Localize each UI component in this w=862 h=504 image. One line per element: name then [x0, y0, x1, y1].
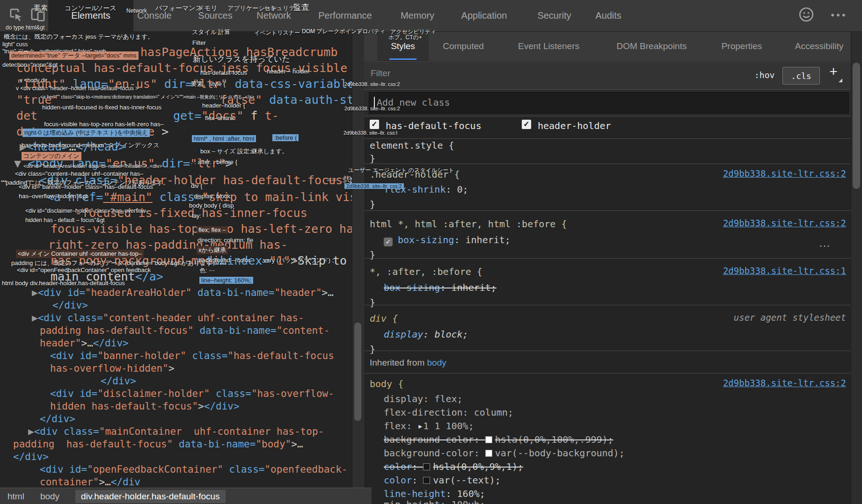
stylesheet-source-link[interactable]: 2d9bb338.site-ltr.css:2	[723, 218, 846, 228]
dom-tree-line[interactable]: ▶<div class="mainContainer uhf-container…	[28, 426, 324, 437]
feedback-smiley-icon[interactable]	[798, 7, 814, 22]
css-rule-line[interactable]: display: flex;	[384, 394, 463, 404]
left-panel-scrollbar-thumb[interactable]	[354, 323, 361, 421]
toggle-element-state-button[interactable]: :hov	[754, 70, 774, 80]
css-rule-line[interactable]: *, :after, :before {	[370, 266, 482, 277]
dom-tree-line[interactable]: header">…</div>	[40, 338, 129, 349]
dom-tree-line[interactable]: has-overflow-hidden">	[50, 363, 175, 374]
dom-tree-line[interactable]: padding has-default-focus" data-bi-name=…	[40, 325, 330, 336]
rule-separator	[364, 116, 851, 116]
class-toggle-checkbox[interactable]	[370, 120, 379, 129]
tab-audits[interactable]: Audits	[585, 0, 632, 31]
annotation-overlay: 2d9bb338. site–ltr. css:2	[344, 183, 404, 189]
class-toggle-checkbox[interactable]	[522, 120, 531, 129]
code-text: </div>	[93, 338, 129, 349]
annotation-overlay: DOM ブレークポイント	[302, 28, 362, 36]
css-rule-line[interactable]: box-sizing: inherit;	[384, 282, 497, 293]
dom-tree-line[interactable]: padding has-default-focus" data-bi-name=…	[13, 439, 303, 450]
annotation-overlay: direction: column; fle	[197, 237, 253, 244]
code-text: ▶	[28, 426, 34, 437]
code-text: *, :after, :before {	[370, 266, 482, 277]
rule-more-actions-icon[interactable]: ⋯	[819, 239, 832, 252]
element-classes-button[interactable]: .cls	[782, 67, 820, 85]
css-rule-line[interactable]: display: block;	[384, 329, 468, 340]
styles-panel-scrollbar-thumb[interactable]	[853, 63, 860, 189]
css-rule-line[interactable]: html *, html :after, html :before {	[370, 219, 567, 230]
tab-application[interactable]: Application	[450, 0, 518, 31]
css-rule-line[interactable]: }	[370, 199, 375, 210]
css-rule-line[interactable]: min-height: 100vh;	[384, 499, 485, 504]
dom-tree-line[interactable]: container">…</div	[40, 476, 140, 488]
stylesheet-source-link[interactable]: 2d9bb338.site-ltr.css:2	[723, 378, 846, 388]
css-rule-line[interactable]: Inherited from body	[370, 357, 446, 368]
css-rule-line[interactable]: div {	[370, 313, 398, 324]
inspect-element-icon[interactable]	[8, 7, 23, 22]
sidebar-tab-computed[interactable]: Computed	[433, 31, 494, 61]
sidebar-tab-dom-breakpoints[interactable]: DOM Breakpoints	[601, 31, 702, 61]
css-rule-line[interactable]: background-color: var(--body-background)…	[384, 448, 625, 459]
dom-tree-line[interactable]: hidden has-default-focus"></div>	[50, 401, 240, 412]
code-text: :	[446, 184, 457, 195]
css-rule-line[interactable]: color: var(--text);	[384, 475, 501, 486]
css-rule-line[interactable]: element.style {	[370, 140, 454, 151]
annotation-overlay: line–height: 160%;	[199, 277, 253, 284]
class-toggle-label: header-holder	[538, 120, 611, 131]
code-text: "openfeedback-	[264, 464, 347, 475]
css-rule-line[interactable]: line-height: 160%;	[384, 489, 485, 499]
breadcrumb-item[interactable]: html	[7, 491, 24, 502]
code-text: class=	[67, 312, 103, 324]
css-rule-line[interactable]: body {	[370, 379, 403, 389]
new-style-rule-button[interactable]: +	[825, 64, 841, 79]
code-text: >	[168, 363, 175, 374]
css-rule-line[interactable]: box-sizing: inherit;	[384, 235, 511, 246]
tab-security[interactable]: Security	[525, 0, 584, 31]
code-text: 1 1 100%;	[423, 420, 474, 432]
dom-tree-line[interactable]: </div>	[101, 375, 136, 387]
more-menu-icon[interactable]	[830, 7, 846, 22]
dom-tree-line[interactable]: <div id="disclaimer-holder" class="has-o…	[50, 388, 334, 399]
dom-tree-line[interactable]: </div>	[40, 413, 75, 425]
sidebar-tab-event-listeners[interactable]: Event Listeners	[505, 31, 592, 61]
add-new-class-input[interactable]: Add new class	[369, 92, 849, 114]
styles-filter-input[interactable]: Filter	[371, 68, 390, 79]
breadcrumb-item[interactable]: body	[40, 491, 59, 502]
stylesheet-source-link[interactable]: 2d9bb338.site-ltr.css:2	[723, 168, 846, 179]
code-text: get=	[173, 109, 201, 122]
annotation-overlay: determined="true" データ –target="docs" mms	[9, 51, 139, 60]
css-rule-line[interactable]: }	[370, 344, 375, 355]
tab-memory[interactable]: Memory	[389, 0, 446, 31]
panel-divider-scrollbar[interactable]	[352, 31, 365, 504]
annotation-overlay: hidden-until-focused is-fixed has-inner-…	[42, 104, 161, 111]
css-rule-line[interactable]: flex: ▸1 1 100%;	[384, 421, 474, 432]
sidebar-tab-properties[interactable]: Properties	[709, 31, 774, 61]
dom-tree-line[interactable]: ▶<div id="headerAreaHolder" data-bi-name…	[32, 287, 334, 298]
css-rule-line[interactable]: }	[370, 153, 375, 164]
sidebar-tab-accessibility[interactable]: Accessibility	[781, 31, 858, 61]
dom-tree-line[interactable]: </div>	[13, 451, 49, 462]
dom-tree-line[interactable]: </div>	[52, 300, 88, 311]
css-rule-line[interactable]: }	[370, 297, 375, 308]
tab-performance[interactable]: Performance	[307, 0, 384, 31]
dom-tree-line[interactable]: ▶<div class="content-header uhf-containe…	[32, 312, 304, 324]
annotation-overlay: has–overflow–hidden"&gt	[19, 193, 88, 200]
code-text: data-bi-name=	[191, 287, 274, 298]
property-enabled-checkbox[interactable]	[384, 238, 393, 246]
annotation-overlay: v <div class="header–holder has–default–…	[16, 85, 139, 92]
annotation-overlay: display: block;	[194, 193, 232, 200]
breadcrumb-item[interactable]: div.header-holder.has-default-focus	[75, 490, 225, 503]
annotation-overlay: :before {	[272, 134, 299, 141]
css-rule-line[interactable]: flex-direction: column;	[384, 407, 513, 418]
dom-tree-line[interactable]: <div id="banner-holder" class="has-defau…	[50, 350, 334, 361]
code-text: class=	[64, 426, 99, 437]
annotation-overlay: <div id="banner–holder" class="has–defau…	[19, 183, 153, 190]
stylesheet-source-link[interactable]: 2d9bb338.site-ltr.css:1	[723, 266, 846, 276]
css-rule-line[interactable]: background-color: hsla(0,0%,100%,.999);	[384, 434, 614, 445]
annotation-overlay: 新しいクラスを持っていた	[193, 54, 290, 65]
css-rule-line[interactable]: color: hsla(0,0%,9%,1);	[384, 461, 523, 472]
annotation-overlay: <div class="content–header uhf–container…	[15, 170, 143, 177]
rule-separator	[364, 164, 851, 164]
dom-tree-line[interactable]: det	[16, 109, 37, 123]
dom-tree-line[interactable]: <div id="openFeedbackContainer" class="o…	[40, 464, 347, 475]
css-rule-line[interactable]: }	[370, 250, 375, 260]
annotation-overlay: header–holder {	[202, 102, 245, 109]
